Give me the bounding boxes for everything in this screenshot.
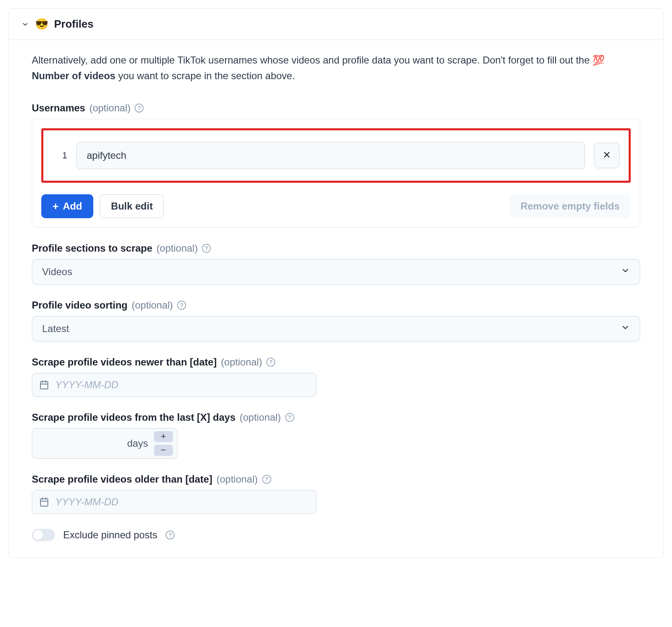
remove-empty-button: Remove empty fields — [509, 194, 631, 218]
last-days-field: Scrape profile videos from the last [X] … — [32, 412, 640, 459]
profiles-header[interactable]: 😎 Profiles — [9, 9, 663, 40]
last-days-label: Scrape profile videos from the last [X] … — [32, 412, 640, 423]
profile-sorting-label-text: Profile video sorting — [32, 299, 128, 311]
profile-sections-value: Videos — [42, 266, 72, 278]
profiles-panel: 😎 Profiles Alternatively, add one or mul… — [8, 8, 664, 558]
exclude-pinned-toggle[interactable] — [32, 529, 55, 541]
highlighted-row-frame: 1 — [41, 128, 631, 183]
desc-text-pre: Alternatively, add one or multiple TikTo… — [32, 54, 592, 66]
usernames-box: 1 + Add Bulk ed — [32, 119, 640, 228]
exclude-pinned-label: Exclude pinned posts — [63, 529, 157, 541]
newer-than-label: Scrape profile videos newer than [date] … — [32, 356, 640, 368]
older-than-field: Scrape profile videos older than [date] … — [32, 474, 640, 514]
usernames-field: Usernames (optional) ? 1 — [32, 102, 640, 228]
bulk-edit-label: Bulk edit — [111, 200, 153, 212]
profile-sorting-label: Profile video sorting (optional) ? — [32, 299, 640, 311]
newer-than-input-wrap — [32, 373, 317, 397]
older-than-label-text: Scrape profile videos older than [date] — [32, 474, 212, 485]
newer-than-label-text: Scrape profile videos newer than [date] — [32, 356, 217, 368]
hundred-emoji-icon: 💯 — [592, 54, 605, 66]
panel-body: Alternatively, add one or multiple TikTo… — [9, 40, 663, 558]
close-icon — [602, 149, 611, 162]
older-than-optional: (optional) — [216, 474, 258, 485]
chevron-down-icon — [621, 266, 630, 278]
remove-empty-label: Remove empty fields — [521, 200, 620, 212]
plus-icon: + — [52, 201, 59, 212]
svg-rect-2 — [40, 382, 48, 389]
help-icon[interactable]: ? — [266, 358, 275, 367]
help-icon[interactable]: ? — [262, 475, 271, 484]
newer-than-field: Scrape profile videos newer than [date] … — [32, 356, 640, 397]
username-input[interactable] — [76, 142, 585, 169]
sunglasses-emoji-icon: 😎 — [35, 18, 48, 31]
profile-sections-optional: (optional) — [156, 243, 198, 254]
newer-than-input[interactable] — [32, 373, 317, 397]
desc-text-post: you want to scrape in the section above. — [118, 70, 295, 81]
profile-sorting-field: Profile video sorting (optional) ? Lates… — [32, 299, 640, 342]
add-button-label: Add — [63, 200, 82, 212]
newer-than-optional: (optional) — [221, 356, 262, 368]
toggle-knob — [33, 530, 43, 540]
calendar-icon — [39, 380, 49, 390]
remove-row-button[interactable] — [594, 143, 620, 168]
username-row: 1 — [52, 142, 620, 169]
row-index: 1 — [52, 150, 67, 161]
profile-sorting-value: Latest — [42, 323, 69, 335]
plus-icon: + — [161, 431, 166, 442]
panel-title-text: Profiles — [54, 18, 93, 31]
profile-sections-label-text: Profile sections to scrape — [32, 243, 152, 254]
chevron-down-icon — [621, 323, 630, 335]
calendar-icon — [39, 497, 49, 507]
usernames-label-text: Usernames — [32, 102, 85, 114]
profile-sections-field: Profile sections to scrape (optional) ? … — [32, 243, 640, 285]
usernames-label: Usernames (optional) ? — [32, 102, 640, 114]
help-icon[interactable]: ? — [177, 301, 186, 310]
profile-sections-select[interactable]: Videos — [32, 259, 640, 285]
step-down-button[interactable]: − — [154, 445, 173, 456]
step-up-button[interactable]: + — [154, 431, 173, 442]
bulk-edit-button[interactable]: Bulk edit — [100, 194, 164, 218]
add-button[interactable]: + Add — [41, 194, 93, 218]
usernames-actions: + Add Bulk edit Remove empty fields — [41, 194, 631, 218]
last-days-label-text: Scrape profile videos from the last [X] … — [32, 412, 235, 423]
help-icon[interactable]: ? — [135, 104, 144, 113]
panel-title: 😎 Profiles — [35, 18, 93, 31]
help-icon[interactable]: ? — [202, 244, 211, 253]
desc-bold: Number of videos — [32, 70, 116, 81]
last-days-optional: (optional) — [239, 412, 281, 423]
minus-icon: − — [161, 445, 166, 455]
older-than-input[interactable] — [32, 490, 317, 514]
profile-sorting-select[interactable]: Latest — [32, 316, 640, 342]
last-days-input[interactable] — [32, 429, 127, 458]
svg-rect-6 — [40, 499, 48, 506]
last-days-input-wrap: days + − — [32, 428, 177, 459]
section-description: Alternatively, add one or multiple TikTo… — [32, 52, 640, 84]
exclude-pinned-row: Exclude pinned posts ? — [32, 529, 640, 541]
older-than-label: Scrape profile videos older than [date] … — [32, 474, 640, 485]
usernames-optional: (optional) — [89, 102, 130, 114]
help-icon[interactable]: ? — [285, 413, 294, 422]
last-days-unit: days — [127, 429, 154, 458]
profile-sections-label: Profile sections to scrape (optional) ? — [32, 243, 640, 254]
profile-sorting-optional: (optional) — [132, 299, 173, 311]
older-than-input-wrap — [32, 490, 317, 514]
help-icon[interactable]: ? — [166, 530, 175, 540]
stepper-group: + − — [154, 429, 177, 458]
chevron-down-icon — [21, 20, 29, 28]
